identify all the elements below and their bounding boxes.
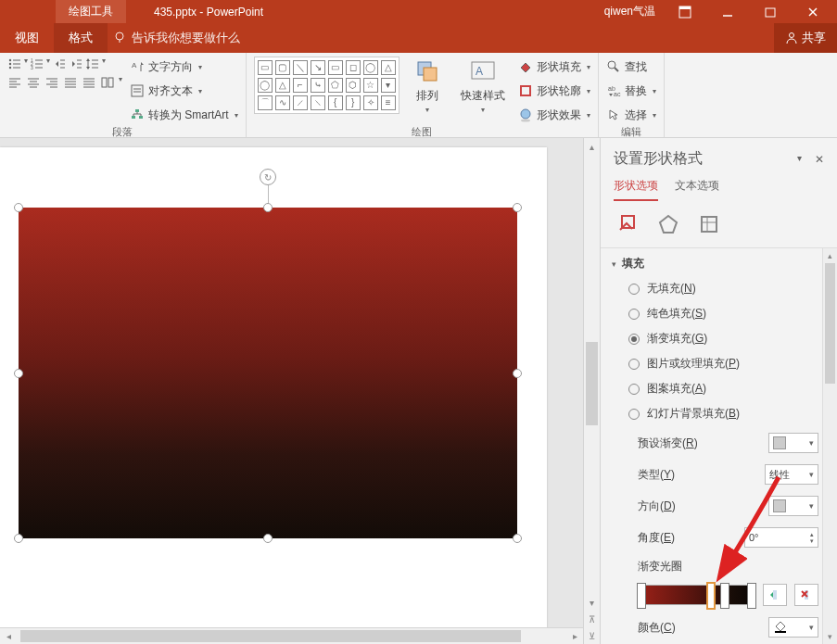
pane-scroll-thumb[interactable] bbox=[825, 263, 835, 384]
align-left-button[interactable] bbox=[7, 75, 22, 90]
effects-icon[interactable] bbox=[654, 210, 682, 238]
bullets-button[interactable] bbox=[7, 57, 22, 71]
prev-slide-button[interactable]: ⊼ bbox=[584, 611, 600, 627]
gradient-stop-1[interactable] bbox=[637, 583, 646, 609]
slide[interactable]: ↻ bbox=[0, 147, 547, 644]
v-scroll-thumb[interactable] bbox=[586, 342, 598, 425]
gradient-stops-label: 渐变光圈 bbox=[638, 560, 682, 573]
line-spacing-button[interactable] bbox=[85, 57, 100, 71]
resize-handle-n[interactable] bbox=[263, 203, 273, 212]
pane-vertical-scrollbar[interactable]: ▴ ▾ bbox=[822, 248, 837, 644]
fill-picture-radio[interactable]: 图片或纹理填充(P) bbox=[628, 356, 826, 372]
align-right-button[interactable] bbox=[44, 75, 59, 90]
justify-button[interactable] bbox=[63, 75, 78, 90]
shape-fill-label: 形状填充 bbox=[537, 59, 581, 75]
vertical-scrollbar[interactable]: ▴ ▾ ⊼ ⊻ bbox=[583, 138, 600, 644]
next-slide-button[interactable]: ⊻ bbox=[584, 627, 600, 644]
align-text-icon bbox=[130, 83, 145, 98]
align-text-button[interactable]: 对齐文本▾ bbox=[130, 81, 238, 101]
group-paragraph: ▾ 123 ▾ ▾ ▾ bbox=[0, 53, 247, 137]
pane-tab-shape-options[interactable]: 形状选项 bbox=[614, 178, 658, 201]
gradient-angle-spinner[interactable]: 0°▴▾ bbox=[744, 527, 818, 548]
gradient-angle-label: 角度(E) bbox=[638, 530, 744, 546]
preset-gradient-dropdown[interactable]: ▾ bbox=[768, 433, 818, 453]
svg-rect-56 bbox=[108, 78, 113, 87]
select-button[interactable]: 选择▾ bbox=[606, 105, 656, 125]
svg-rect-91 bbox=[775, 631, 786, 633]
resize-handle-ne[interactable] bbox=[513, 203, 522, 212]
svg-marker-21 bbox=[56, 61, 58, 67]
scroll-left-arrow[interactable]: ◂ bbox=[0, 628, 17, 644]
resize-handle-w[interactable] bbox=[14, 369, 23, 378]
selected-rectangle-shape[interactable]: ↻ bbox=[19, 208, 517, 538]
increase-indent-button[interactable] bbox=[69, 57, 83, 71]
tell-me-search[interactable]: 告诉我你想要做什么 bbox=[113, 23, 240, 53]
gradient-stops-bar[interactable] bbox=[638, 585, 755, 605]
pane-scroll-up[interactable]: ▴ bbox=[823, 248, 837, 263]
gradient-direction-dropdown[interactable]: ▾ bbox=[768, 496, 818, 516]
fill-section-label: 填充 bbox=[622, 256, 644, 271]
resize-handle-sw[interactable] bbox=[14, 534, 23, 543]
fill-none-radio[interactable]: 无填充(N) bbox=[628, 281, 826, 297]
shape-effects-button[interactable]: 形状效果▾ bbox=[518, 105, 590, 125]
fill-solid-radio[interactable]: 纯色填充(S) bbox=[628, 306, 826, 322]
quick-styles-button[interactable]: A 快速样式 ▾ bbox=[455, 57, 511, 114]
find-button[interactable]: 查找 bbox=[606, 57, 656, 77]
stop-color-dropdown[interactable]: ▾ bbox=[768, 617, 818, 638]
fill-and-line-icon[interactable] bbox=[614, 210, 641, 238]
svg-text:A: A bbox=[476, 65, 483, 78]
fill-section-header[interactable]: ▾ 填充 bbox=[601, 248, 837, 279]
add-gradient-stop-button[interactable] bbox=[763, 584, 787, 606]
pane-scroll-down[interactable]: ▾ bbox=[823, 629, 837, 644]
shape-outline-label: 形状轮廓 bbox=[537, 83, 581, 99]
slide-canvas-area[interactable]: ↻ ◂ ▸ bbox=[0, 138, 583, 644]
remove-gradient-stop-button[interactable] bbox=[794, 584, 818, 606]
resize-handle-nw[interactable] bbox=[14, 203, 23, 212]
convert-smartart-label: 转换为 SmartArt bbox=[148, 107, 229, 123]
gradient-type-dropdown[interactable]: 线性▾ bbox=[765, 464, 818, 485]
ribbon-display-options-icon[interactable] bbox=[672, 1, 698, 23]
document-title: 435.pptx - PowerPoint bbox=[154, 6, 263, 19]
gradient-stop-3[interactable] bbox=[720, 583, 729, 609]
resize-handle-e[interactable] bbox=[513, 369, 522, 378]
gradient-stop-4[interactable] bbox=[747, 583, 756, 609]
size-properties-icon[interactable] bbox=[695, 210, 723, 238]
scroll-down-arrow[interactable]: ▾ bbox=[584, 594, 600, 611]
svg-point-77 bbox=[608, 61, 615, 69]
convert-smartart-button[interactable]: 转换为 SmartArt▾ bbox=[130, 105, 238, 125]
shape-fill-button[interactable]: 形状填充▾ bbox=[518, 57, 590, 77]
h-scroll-thumb[interactable] bbox=[20, 630, 521, 642]
minimize-button[interactable] bbox=[715, 1, 741, 23]
resize-handle-se[interactable] bbox=[513, 534, 522, 543]
pane-options-icon[interactable]: ▾ bbox=[797, 153, 802, 166]
text-direction-button[interactable]: A 文字方向▾ bbox=[130, 57, 238, 77]
fill-pattern-radio[interactable]: 图案填充(A) bbox=[628, 381, 826, 397]
gradient-stop-2-selected[interactable] bbox=[706, 582, 716, 610]
resize-handle-s[interactable] bbox=[263, 534, 273, 543]
tab-format[interactable]: 格式 bbox=[54, 23, 108, 53]
align-center-button[interactable] bbox=[26, 75, 41, 90]
svg-rect-74 bbox=[521, 86, 530, 95]
columns-button[interactable] bbox=[100, 75, 115, 90]
pane-tab-text-options[interactable]: 文本选项 bbox=[675, 178, 719, 201]
scroll-right-arrow[interactable]: ▸ bbox=[566, 628, 583, 644]
numbering-button[interactable]: 123 bbox=[30, 57, 44, 71]
tab-view[interactable]: 视图 bbox=[0, 23, 54, 53]
distributed-button[interactable] bbox=[82, 75, 96, 90]
share-button[interactable]: 共享 bbox=[774, 23, 837, 53]
decrease-indent-button[interactable] bbox=[52, 57, 67, 71]
select-icon bbox=[606, 107, 621, 122]
scroll-up-arrow[interactable]: ▴ bbox=[584, 138, 600, 155]
fill-gradient-radio[interactable]: 渐变填充(G) bbox=[628, 331, 826, 347]
close-button[interactable] bbox=[800, 1, 826, 23]
shape-outline-button[interactable]: 形状轮廓▾ bbox=[518, 81, 590, 101]
rotation-handle[interactable]: ↻ bbox=[260, 169, 276, 185]
replace-button[interactable]: abac 替换▾ bbox=[606, 81, 656, 101]
pane-close-icon[interactable]: ✕ bbox=[815, 153, 824, 166]
horizontal-scrollbar[interactable]: ◂ ▸ bbox=[0, 627, 583, 644]
maximize-button[interactable] bbox=[757, 1, 783, 23]
fill-slidebg-radio[interactable]: 幻灯片背景填充(B) bbox=[628, 406, 826, 422]
arrange-button[interactable]: 排列 ▾ bbox=[407, 57, 448, 114]
gradient-angle-value: 0° bbox=[749, 532, 759, 543]
shapes-gallery[interactable]: ▭▢＼↘▭◻◯△ ◯△⌐⤷⬠⬡☆▾ ⌒∿⟋⟍{}✧≡ bbox=[254, 57, 399, 114]
